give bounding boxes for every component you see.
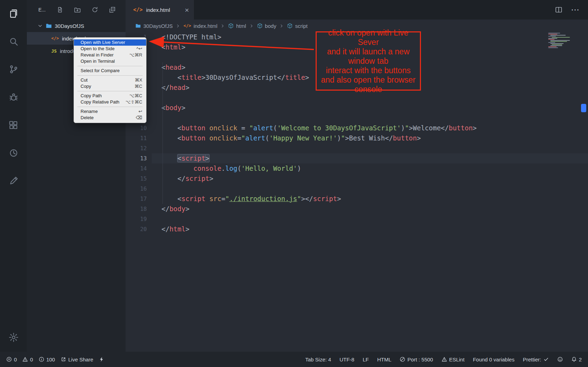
code-line-11[interactable]: 11 <button onclick="alert('Happy New Yea… — [126, 133, 588, 143]
status-eslint[interactable]: ESLint — [442, 357, 465, 362]
status-label: 100 — [46, 357, 55, 362]
line-number: 12 — [126, 143, 152, 153]
folder-root-label: 30DaysOfJS — [55, 23, 84, 29]
line-number: 16 — [126, 184, 152, 194]
warning-icon — [442, 357, 447, 362]
vscode-window: E... 30DaysOfJS </>index.htmlJSintroduct… — [0, 0, 588, 367]
folder-root-row[interactable]: 30DaysOfJS — [27, 20, 126, 32]
context-menu-item-open-in-terminal[interactable]: Open in Terminal — [74, 58, 146, 64]
activity-bar-item-explorer[interactable] — [4, 4, 23, 23]
breadcrumb-item-index-html[interactable]: </>index.html — [183, 23, 217, 29]
status-eol[interactable]: LF — [363, 357, 369, 362]
status-info-count[interactable]: 100 — [39, 357, 55, 362]
status-language-mode[interactable]: HTML — [377, 357, 391, 362]
activity-bar-item-search[interactable] — [4, 32, 23, 51]
code-line-19[interactable]: 19 — [126, 214, 588, 224]
context-menu-item-reveal-in-finder[interactable]: Reveal in Finder⌥⌘R — [74, 52, 146, 58]
activity-bar-item-history[interactable] — [4, 144, 23, 162]
scrollbar-marker — [581, 104, 586, 112]
activity-bar-item-code-review[interactable] — [4, 171, 23, 190]
warning-icon — [22, 357, 28, 362]
breadcrumb-item-30daysofjs[interactable]: 30DaysOfJS — [135, 23, 173, 29]
code-line-13[interactable]: 13 <script> — [126, 153, 588, 163]
status-label: LF — [363, 357, 369, 362]
tab-index-html[interactable]: </> index.html × — [126, 0, 194, 20]
context-menu-item-delete[interactable]: Delete⌫ — [74, 115, 146, 121]
code-line-20[interactable]: 20</html> — [126, 224, 588, 234]
activity-bar-item-source-control[interactable] — [4, 60, 23, 79]
sidebar-action-refresh-explorer[interactable] — [91, 6, 98, 13]
context-menu-item-select-for-compare[interactable]: Select for Compare — [74, 68, 146, 74]
code-line-9[interactable]: 9 — [126, 113, 588, 123]
chevron-down-icon — [37, 23, 43, 29]
sidebar-actions — [56, 6, 116, 13]
menu-item-shortcut: ⌫ — [136, 115, 142, 121]
status-live-share[interactable]: Live Share — [61, 357, 93, 362]
status-warnings[interactable]: 0 — [22, 357, 33, 362]
extensions-icon — [8, 120, 19, 130]
sidebar-action-new-folder[interactable] — [74, 6, 81, 13]
annotation-text-line: and also open the browser — [321, 75, 415, 85]
history-icon — [8, 148, 19, 158]
status-tab-size[interactable]: Tab Size: 4 — [305, 357, 331, 362]
line-number: 13 — [126, 153, 152, 163]
folder-icon — [46, 23, 52, 29]
html-file-icon: </> — [183, 24, 191, 28]
more-actions-icon[interactable]: ⋯ — [571, 6, 580, 14]
activity-bar-item-extensions[interactable] — [4, 116, 23, 135]
line-number: 14 — [126, 163, 152, 174]
sidebar-action-collapse-folders[interactable] — [109, 6, 116, 13]
activity-bar-item-settings[interactable] — [4, 328, 23, 347]
status-prettier[interactable]: Prettier: — [523, 357, 549, 362]
menu-item-label: Select for Compare — [81, 68, 120, 74]
status-errors[interactable]: 0 — [6, 357, 17, 362]
context-menu-item-open-with-live-server[interactable]: Open with Live Server — [74, 39, 146, 46]
activity-bar-item-run-debug[interactable] — [4, 88, 23, 107]
breadcrumb-item-html[interactable]: html — [228, 23, 246, 29]
sidebar-action-new-file[interactable] — [56, 6, 63, 13]
code-text — [152, 143, 588, 153]
js-file-icon: JS — [51, 49, 57, 53]
code-line-7[interactable]: 7 — [126, 93, 588, 103]
status-quick-action[interactable] — [99, 357, 104, 362]
context-menu-item-cut[interactable]: Cut⌘X — [74, 77, 146, 83]
context-menu-item-copy-relative-path[interactable]: Copy Relative Path⌥⇧⌘C — [74, 99, 146, 105]
status-live-server-port[interactable]: Port : 5500 — [400, 357, 433, 362]
info-icon — [39, 357, 44, 362]
code-line-18[interactable]: 18</body> — [126, 204, 588, 214]
status-label: UTF-8 — [339, 357, 354, 362]
chevron-right-icon — [249, 24, 254, 28]
context-menu-item-rename[interactable]: Rename↩ — [74, 108, 146, 115]
status-encoding[interactable]: UTF-8 — [339, 357, 354, 362]
close-icon[interactable]: × — [185, 6, 189, 14]
status-feedback[interactable] — [557, 357, 563, 362]
split-editor-icon[interactable] — [555, 6, 563, 14]
menu-separator — [77, 66, 143, 66]
code-line-17[interactable]: 17 <script src="./introduction.js"></scr… — [126, 194, 588, 204]
code-line-8[interactable]: 8<body> — [126, 103, 588, 113]
context-menu-item-copy-path[interactable]: Copy Path⌥⌘C — [74, 93, 146, 99]
breadcrumb-item-script[interactable]: script — [287, 23, 308, 29]
status-label: Port : 5500 — [407, 357, 433, 362]
code-text: <script src="./introduction.js"></script… — [152, 194, 588, 204]
menu-item-shortcut: ⌥⇧⌘C — [126, 99, 142, 105]
minimap[interactable] — [548, 33, 580, 48]
context-menu-item-copy[interactable]: Copy⌘C — [74, 83, 146, 90]
code-text: </html> — [152, 224, 588, 234]
menu-item-shortcut: ⌥⌘R — [129, 52, 142, 58]
breadcrumb-item-body[interactable]: body — [257, 23, 277, 29]
status-variables[interactable]: Found 0 variables — [473, 357, 514, 362]
code-line-10[interactable]: 10 <button onclick = "alert('Welcome to … — [126, 123, 588, 133]
search-icon — [8, 36, 19, 47]
tab-bar: </> index.html × ⋯ — [126, 0, 588, 20]
code-line-16[interactable]: 16 — [126, 184, 588, 194]
code-line-12[interactable]: 12 — [126, 143, 588, 153]
status-notifications[interactable]: 2 — [571, 357, 582, 362]
cube-icon — [228, 23, 234, 29]
folder-icon — [135, 23, 141, 29]
code-text: <body> — [152, 103, 588, 113]
code-text: console.log('Hello, World') — [152, 163, 588, 174]
code-line-15[interactable]: 15 </script> — [126, 174, 588, 184]
code-line-14[interactable]: 14 console.log('Hello, World') — [126, 163, 588, 174]
context-menu-item-open-to-the-side[interactable]: Open to the Side^↩ — [74, 46, 146, 52]
